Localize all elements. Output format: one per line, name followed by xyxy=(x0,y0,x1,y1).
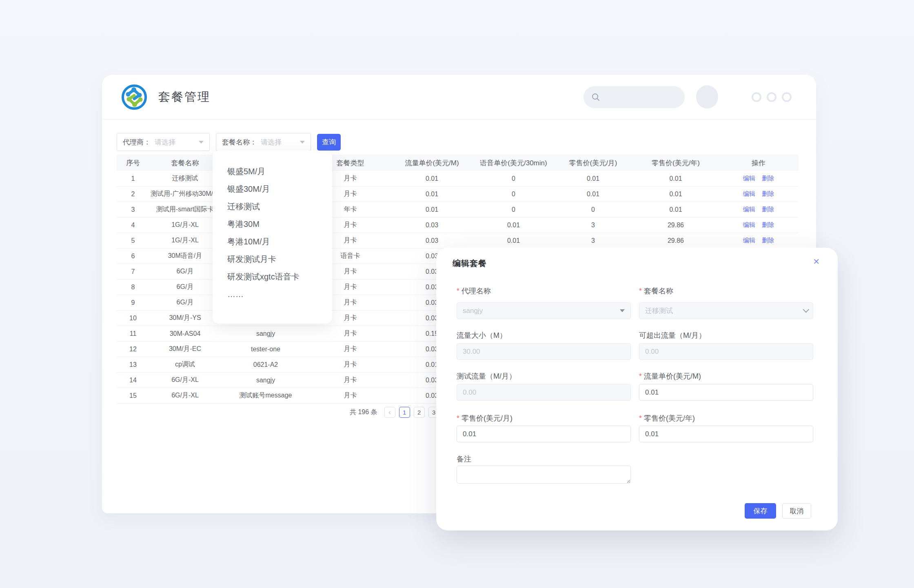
agent-name-select[interactable]: sangjy xyxy=(457,302,631,319)
cell-index: 6 xyxy=(117,253,149,260)
cell-month-price: 0.01 xyxy=(553,191,633,198)
cell-data-price: 0.01 xyxy=(390,191,474,198)
dropdown-option[interactable]: 粤港30M xyxy=(227,215,332,233)
cell-index: 2 xyxy=(117,191,149,198)
delete-link[interactable]: 删除 xyxy=(762,206,774,213)
page-button[interactable]: 1 xyxy=(399,407,410,418)
unit-price-field xyxy=(639,384,813,401)
cell-agent-name: sangjy xyxy=(221,330,311,337)
test-flow-label: 测试流量（M/月） xyxy=(457,371,631,381)
package-name-label: *套餐名称 xyxy=(639,286,813,296)
cell-agent-name: tester-one xyxy=(221,346,311,353)
edit-link[interactable]: 编辑 xyxy=(743,190,755,197)
form-field-row xyxy=(457,384,825,401)
query-button[interactable]: 查询 xyxy=(317,134,341,151)
overflow-input[interactable] xyxy=(645,348,807,356)
page-button[interactable]: 2 xyxy=(414,407,425,418)
cell-agent-name: sangjy xyxy=(221,377,311,384)
cell-package-name: 6G/月-XL xyxy=(149,376,221,384)
dropdown-option[interactable]: 粤港10M/月 xyxy=(227,233,332,251)
dropdown-option[interactable]: 研发测试xgtc语音卡 xyxy=(227,268,332,286)
header-action-icon[interactable] xyxy=(782,92,792,102)
cell-month-price: 3 xyxy=(553,237,633,244)
chevron-down-icon xyxy=(300,141,305,144)
form-label-row: 测试流量（M/月） *流量单价(美元/M) xyxy=(457,371,825,381)
form-field-row xyxy=(457,426,825,442)
filter-bar: 代理商： 请选择 套餐名称： 请选择 查询 xyxy=(117,133,341,151)
delete-link[interactable]: 删除 xyxy=(762,237,774,244)
unit-price-input[interactable] xyxy=(645,388,807,397)
edit-link[interactable]: 编辑 xyxy=(743,175,755,182)
retail-month-input[interactable] xyxy=(463,430,625,438)
cell-package-name: 1G/月-XL xyxy=(149,236,221,245)
cell-operations: 编辑 删除 xyxy=(719,175,799,182)
form-label-row: *代理名称 *套餐名称 xyxy=(457,286,825,296)
cell-index: 9 xyxy=(117,299,149,306)
cell-data-price: 0.01 xyxy=(390,175,474,182)
dropdown-option[interactable]: …… xyxy=(227,286,332,303)
avatar[interactable] xyxy=(696,85,718,109)
cell-operations: 编辑 删除 xyxy=(719,206,799,213)
data-size-input[interactable] xyxy=(463,348,625,356)
modal-title: 编辑套餐 xyxy=(453,258,487,269)
header-action-icon[interactable] xyxy=(752,92,761,102)
edit-package-modal: 编辑套餐 ✕ *代理名称 *套餐名称 sangjy 迁移测试 流量大小（M） 可… xyxy=(436,248,838,530)
retail-year-input[interactable] xyxy=(645,430,807,438)
unit-price-label: *流量单价(美元/M) xyxy=(639,371,813,381)
cell-index: 5 xyxy=(117,237,149,244)
delete-link[interactable]: 删除 xyxy=(762,221,774,228)
cell-package-name: 30M-AS04 xyxy=(149,330,221,337)
cell-voice-price: 0 xyxy=(474,206,553,213)
cell-package-name: 30M/月-EC xyxy=(149,345,221,353)
save-button[interactable]: 保存 xyxy=(745,503,776,519)
caret-down-icon xyxy=(620,309,625,312)
delete-link[interactable]: 删除 xyxy=(762,175,774,182)
package-select[interactable]: 套餐名称： 请选择 xyxy=(216,133,311,151)
retail-year-field xyxy=(639,426,813,442)
remark-textarea[interactable] xyxy=(457,466,631,484)
form-label-row: 流量大小（M） 可超出流量（M/月） xyxy=(457,331,825,340)
header-actions xyxy=(752,92,792,102)
delete-link[interactable]: 删除 xyxy=(762,190,774,197)
cell-year-price: 0.01 xyxy=(633,206,719,213)
retail-year-label: *零售价(美元/年) xyxy=(639,413,813,423)
cancel-button[interactable]: 取消 xyxy=(782,503,811,519)
search-icon xyxy=(591,92,601,102)
form-label-row: 备注 xyxy=(457,454,825,464)
package-name-select[interactable]: 迁移测试 xyxy=(639,302,813,319)
cell-package-name: 迁移测试 xyxy=(149,174,221,183)
search-input[interactable] xyxy=(605,93,674,101)
cell-package-name: 测试用-广州移动30M/月 xyxy=(149,190,221,198)
test-flow-field xyxy=(457,384,631,401)
cell-data-price: 0.03 xyxy=(390,222,474,229)
cell-index: 1 xyxy=(117,175,149,182)
chevron-down-icon xyxy=(803,306,810,313)
cell-index: 8 xyxy=(117,284,149,291)
cell-index: 7 xyxy=(117,268,149,275)
edit-link[interactable]: 编辑 xyxy=(743,221,755,228)
form-label-row: *零售价(美元/月) *零售价(美元/年) xyxy=(457,413,825,423)
agent-select[interactable]: 代理商： 请选择 xyxy=(117,133,210,151)
header-action-icon[interactable] xyxy=(767,92,776,102)
remark-label: 备注 xyxy=(457,454,631,464)
close-icon[interactable]: ✕ xyxy=(813,257,820,266)
dropdown-option[interactable]: 迁移测试 xyxy=(227,198,332,215)
table-header-cell: 序号 xyxy=(117,158,149,168)
header-search[interactable] xyxy=(583,86,685,108)
form-field-row xyxy=(457,343,825,360)
prev-page-button[interactable]: ‹ xyxy=(384,407,395,418)
cell-package-name: cp调试 xyxy=(149,360,221,369)
test-flow-input[interactable] xyxy=(463,388,625,397)
table-header-cell: 流量单价(美元/M) xyxy=(390,158,474,168)
cell-month-price: 3 xyxy=(553,222,633,229)
edit-link[interactable]: 编辑 xyxy=(743,237,755,244)
edit-link[interactable]: 编辑 xyxy=(743,206,755,213)
cell-index: 13 xyxy=(117,361,149,368)
dropdown-option[interactable]: 银盛5M/月 xyxy=(227,163,332,180)
cell-package-name: 30M/月-YS xyxy=(149,314,221,322)
cell-package-name: 6G/月 xyxy=(149,298,221,307)
cell-package-name: 1G/月-XL xyxy=(149,221,221,229)
dropdown-option[interactable]: 研发测试月卡 xyxy=(227,251,332,268)
cell-package-name: 30M语音/月 xyxy=(149,252,221,260)
dropdown-option[interactable]: 银盛30M/月 xyxy=(227,180,332,198)
